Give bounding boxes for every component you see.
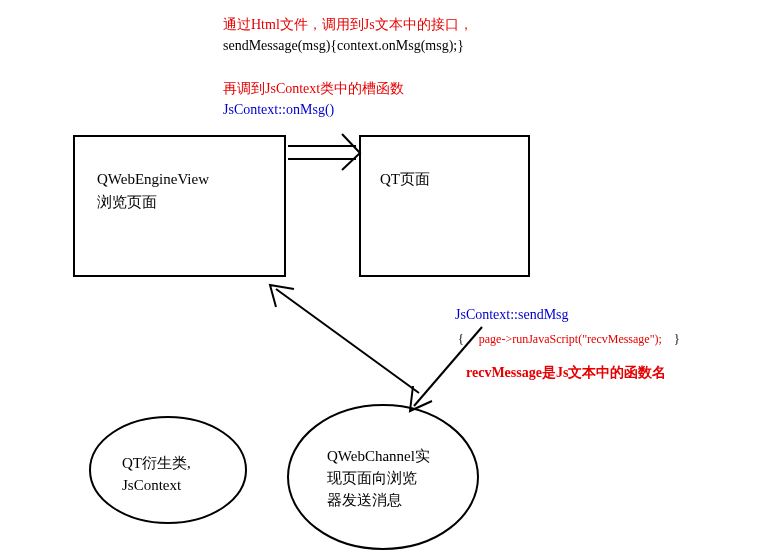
boxleft-line1: QWebEngineView — [97, 168, 209, 191]
rightnote-brace-close: } — [674, 332, 680, 346]
topnote-line1: 通过Html文件，调用到Js文本中的接口， — [223, 14, 473, 35]
rightnote-code: page->runJavaScript("recvMessage"); — [479, 332, 662, 346]
ellipseleft-line2: JsContext — [122, 474, 181, 497]
rightnote-brace-open: { — [458, 332, 464, 346]
ellipseleft-line1: QT衍生类, — [122, 452, 191, 475]
ellipseright-line3: 器发送消息 — [327, 489, 402, 512]
boxright-line1: QT页面 — [380, 168, 430, 191]
midnote-line2: JsContext::onMsg() — [223, 99, 334, 120]
boxleft-line2: 浏览页面 — [97, 191, 157, 214]
box-qt-page — [360, 136, 529, 276]
ellipseright-line2: 现页面向浏览 — [327, 467, 417, 490]
arrow-left-to-right — [288, 134, 360, 170]
rightnote-line1: JsContext::sendMsg — [455, 304, 569, 325]
topnote-line2: sendMessage(msg){context.onMsg(msg);} — [223, 35, 464, 56]
svg-line-2 — [276, 289, 419, 393]
rightnote-line3: recvMessage是Js文本中的函数名 — [466, 362, 666, 383]
arrow-channel-to-view — [270, 285, 419, 393]
ellipseright-line1: QWebChannel实 — [327, 445, 430, 468]
midnote-line1: 再调到JsContext类中的槽函数 — [223, 78, 404, 99]
